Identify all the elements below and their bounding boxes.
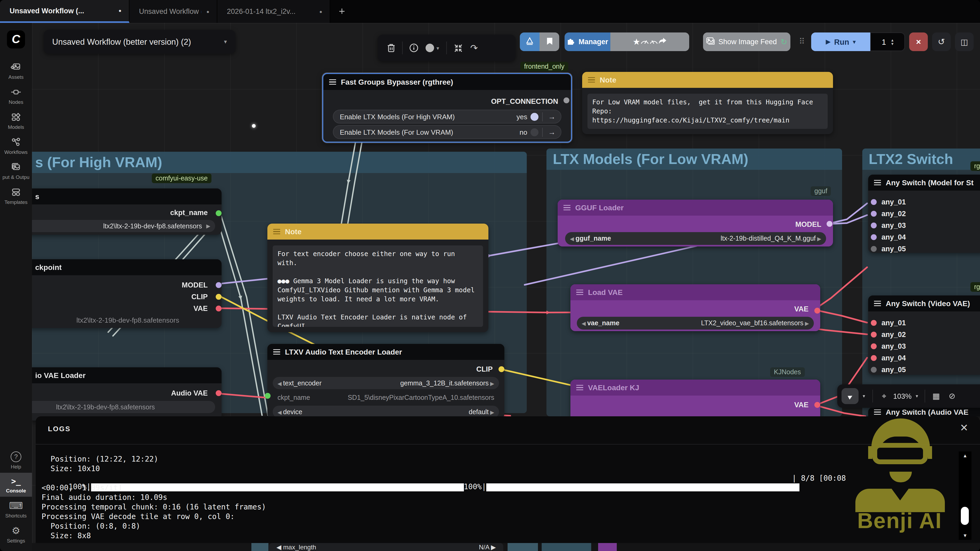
gauge-icon[interactable] — [640, 37, 649, 46]
nodes-tree-button[interactable] — [520, 32, 539, 51]
sidebar-item-shortcuts[interactable]: ⌨ Shortcuts — [0, 497, 32, 522]
sidebar-item-assets[interactable]: Assets — [0, 58, 32, 83]
port-model[interactable] — [216, 282, 221, 288]
widget-text-encoder[interactable]: ◀ text_encoder gemma_3_12B_it.safetensor… — [273, 377, 499, 389]
widget-vae-name[interactable]: ◀ vae_name LTX2_video_vae_bf16.safetenso… — [577, 317, 814, 330]
port-vae[interactable] — [216, 306, 221, 311]
color-swatch-dropdown[interactable]: ▾ — [422, 44, 443, 52]
sidebar-item-templates[interactable]: Templates — [0, 183, 32, 208]
node-menu-icon[interactable] — [576, 385, 583, 390]
cancel-run-button[interactable]: × — [909, 32, 928, 51]
drag-handle-icon[interactable]: ⠿ — [799, 37, 805, 46]
help-icon: ? — [11, 451, 21, 462]
node-any-switch-video-vae[interactable]: Any Switch (Video VAE) any_01 any_02 any… — [868, 295, 980, 375]
node-fast-groups-bypasser[interactable]: Fast Groups Bypasser (rgthree) OPT_CONNE… — [322, 73, 572, 143]
pointer-tool-button[interactable]: ► — [842, 388, 859, 404]
new-tab-button[interactable]: + — [330, 0, 354, 23]
jump-arrow-icon[interactable]: → — [545, 128, 559, 136]
sidebar-item-settings[interactable]: ⚙ Settings — [0, 522, 32, 547]
node-load-vae[interactable]: Load VAE VAE ◀ vae_name LTX2_video_vae_b… — [570, 284, 820, 331]
sidebar-item-models[interactable]: Models — [0, 108, 32, 133]
fit-view-icon[interactable]: ⌖ — [876, 391, 892, 401]
panel-toggle-button[interactable]: ◫ — [955, 32, 974, 51]
node-menu-icon[interactable] — [273, 229, 280, 234]
tab-workflow-3[interactable]: 2026-01-14 ltx2_i2v... ● — [217, 0, 330, 23]
comfyui-window: s (For High VRAM) LTX Models (For Low VR… — [0, 0, 980, 551]
node-ckpt-select[interactable]: s ckpt_name ltx2\ltx-2-19b-dev-fp8.safet… — [0, 189, 221, 235]
info-icon[interactable] — [406, 43, 422, 53]
node-any-switch-model[interactable]: Any Switch (Model for St any_01 any_02 a… — [868, 175, 980, 253]
sidebar-item-workflows[interactable]: Workflows — [0, 133, 32, 158]
toggle-on[interactable] — [530, 113, 538, 121]
bypass-row-low-vram[interactable]: Enable LTX Models (For Low VRAM) no → — [333, 125, 562, 139]
workflow-title-dropdown[interactable]: Unsaved Workflow (better version) (2) ▾ — [44, 30, 235, 54]
collapse-icon[interactable] — [450, 43, 466, 52]
note-text[interactable]: For Low VRAM model files, get it from th… — [587, 94, 828, 129]
node-menu-icon[interactable] — [563, 205, 570, 210]
manager-button[interactable]: Manager — [565, 32, 610, 51]
unsaved-dot[interactable]: ● — [206, 9, 209, 14]
port-vae-out[interactable] — [815, 308, 820, 314]
comfyui-logo[interactable]: C — [7, 30, 25, 48]
run-button[interactable]: ▶ Run ▾ — [811, 32, 870, 51]
scroll-up-icon[interactable]: ▲ — [959, 453, 972, 458]
port-ckpt-in[interactable] — [265, 393, 270, 399]
chevron-down-icon[interactable]: ▾ — [913, 394, 921, 399]
minimap-icon[interactable]: ▦ — [928, 391, 944, 401]
assets-icon — [11, 62, 21, 72]
gauge-icon[interactable] — [649, 37, 658, 46]
history-button[interactable]: ↺ — [932, 32, 951, 51]
sidebar-item-input-output[interactable]: put & Outpu — [0, 158, 32, 183]
refresh-icon[interactable]: ↷ — [466, 42, 482, 54]
node-menu-icon[interactable] — [273, 349, 280, 354]
port-gguf-model[interactable] — [827, 221, 832, 227]
widget-audio-vae-file[interactable]: ltx2\ltx-2-19b-dev-fp8.safetensors — [0, 401, 215, 413]
node-menu-icon[interactable] — [588, 77, 595, 83]
scroll-down-icon[interactable]: ▼ — [959, 533, 972, 538]
delete-icon[interactable] — [383, 43, 399, 53]
node-menu-icon[interactable] — [874, 180, 881, 185]
note-text[interactable]: For text encoder choose either one way t… — [273, 245, 483, 327]
star-icon[interactable]: ★ — [633, 37, 641, 47]
node-vaeloader-kj[interactable]: VAELoader KJ VAE — [570, 380, 820, 421]
port-clip-out[interactable] — [498, 366, 504, 372]
port-clip[interactable] — [216, 294, 221, 300]
node-load-checkpoint[interactable]: ckpoint MODEL CLIP VAE ltx2\ltx-2-19b-de… — [0, 259, 221, 328]
toggle-links-icon[interactable]: ⊘ — [944, 391, 960, 401]
unsaved-dot[interactable]: ● — [319, 9, 322, 14]
node-menu-icon[interactable] — [329, 79, 336, 85]
toggle-off[interactable] — [530, 128, 538, 136]
chevron-down-icon[interactable]: ▾ — [859, 394, 869, 399]
node-text-encoder-loader[interactable]: LTXV Audio Text Encoder Loader CLIP ◀ te… — [267, 344, 504, 418]
show-image-feed-button[interactable]: Show Image Feed ↻ — [703, 32, 791, 51]
sidebar-item-help[interactable]: ? Help — [0, 448, 32, 473]
widget-gguf-name[interactable]: ◀ gguf_name ltx-2-19b-distilled_Q4_K_M.g… — [565, 232, 826, 245]
node-gguf-loader[interactable]: GGUF Loader MODEL ◀ gguf_name ltx-2-19b-… — [558, 200, 833, 246]
jump-arrow-icon[interactable]: → — [545, 112, 559, 121]
node-menu-icon[interactable] — [874, 301, 881, 306]
zoom-level[interactable]: 103% — [893, 392, 912, 400]
share-icon[interactable] — [658, 37, 667, 46]
sidebar-item-nodes[interactable]: Nodes — [0, 83, 32, 108]
port-audio-vae[interactable] — [216, 390, 221, 396]
scrollbar-thumb[interactable] — [961, 507, 969, 525]
widget-ckpt-name[interactable]: ckpt_name SD1_5\disneyPixarCartoonTypeA_… — [273, 391, 499, 403]
tab-workflow-1[interactable]: Unsaved Workflow (... ● — [0, 0, 129, 23]
port-opt-connection[interactable] — [563, 97, 570, 103]
unsaved-dot[interactable]: ● — [119, 8, 121, 13]
node-menu-icon[interactable] — [576, 290, 583, 295]
logs-scrollbar[interactable]: ▲ ▼ — [959, 451, 972, 540]
port-kj-vae-out[interactable] — [815, 402, 820, 408]
bookmark-button[interactable] — [539, 32, 559, 51]
node-audio-vae-loader[interactable]: io VAE Loader Audio VAE ltx2\ltx-2-19b-d… — [0, 367, 221, 421]
run-count-stepper[interactable]: 1 ▴▾ — [870, 32, 905, 51]
widget-ckpt-value[interactable]: ltx2\ltx-2-19b-dev-fp8.safetensors▶ — [0, 220, 215, 232]
port-ckpt-name[interactable] — [216, 210, 221, 216]
node-note-top[interactable]: Note For Low VRAM model files, get it fr… — [582, 72, 833, 134]
close-icon[interactable]: ✕ — [960, 422, 968, 434]
tab-workflow-2[interactable]: Unsaved Workflow (... ● — [129, 0, 217, 23]
sidebar-item-console[interactable]: >_ Console — [0, 473, 32, 497]
node-any-switch-audio-vae[interactable]: Any Switch (Audio VAE — [868, 407, 980, 416]
node-note-center[interactable]: Note For text encoder choose either one … — [267, 224, 488, 332]
bypass-row-high-vram[interactable]: Enable LTX Models (For High VRAM) yes → — [333, 110, 562, 124]
